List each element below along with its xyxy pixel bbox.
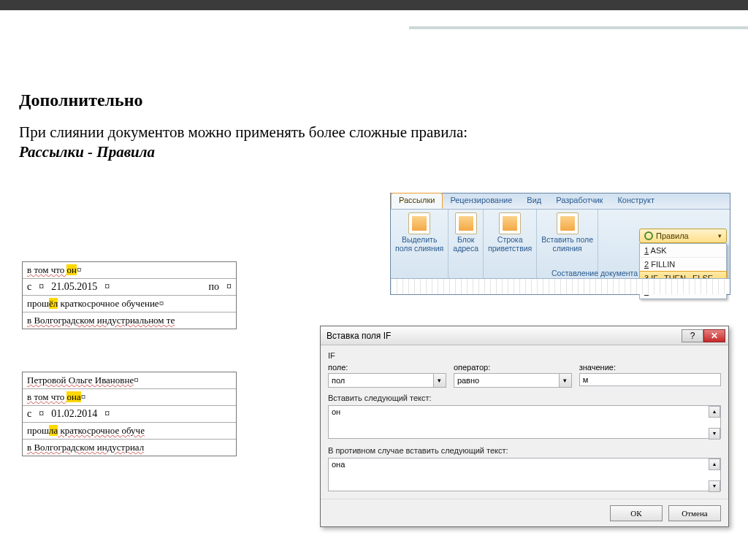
rules-dropdown-button[interactable]: Правила ▾	[639, 229, 727, 243]
rules-icon	[644, 231, 653, 240]
merge-sample-female: Петровой Ольге Ивановне¤ в том что она¤ …	[22, 372, 237, 456]
operator-combobox[interactable]: равно▾	[454, 373, 572, 388]
btn-label: Блок	[457, 235, 474, 244]
tab-mailings[interactable]: Рассылки	[391, 193, 443, 209]
btn-highlight-merge-fields[interactable]: Выделитьполя слияния	[391, 210, 449, 278]
insert-merge-field-icon	[557, 212, 579, 234]
btn-label: адреса	[453, 244, 478, 253]
tab-developer[interactable]: Разработчик	[549, 193, 610, 209]
sample-text: в Волгоградском индустриал	[27, 442, 144, 453]
scroll-up-button[interactable]: ▴	[709, 459, 720, 470]
chevron-down-icon: ▾	[433, 374, 446, 387]
scroll-up-button[interactable]: ▴	[709, 406, 720, 418]
label-compare-value: значение:	[579, 363, 721, 372]
tab-view[interactable]: Вид	[519, 193, 549, 209]
combo-value: пол	[332, 376, 345, 385]
btn-label: поля слияния	[395, 244, 443, 253]
sample-text: краткосрочное обучение	[58, 298, 159, 309]
field-combobox[interactable]: пол▾	[328, 373, 446, 388]
slide-heading: Дополнительно	[19, 91, 729, 110]
greeting-line-icon	[499, 212, 521, 234]
address-block-icon	[455, 212, 477, 234]
combo-value: равно	[457, 376, 479, 385]
if-section-label: IF	[328, 351, 721, 360]
sample-text: с	[27, 281, 31, 293]
btn-label: слияния	[553, 244, 582, 253]
sample-highlight: она	[66, 391, 80, 402]
dialog-titlebar[interactable]: Вставка поля IF ? ✕	[321, 326, 728, 345]
btn-insert-merge-field[interactable]: Вставить полеслияния	[537, 210, 598, 278]
top-frame-bar	[0, 0, 748, 10]
dialog-title: Вставка поля IF	[327, 331, 391, 341]
label-field: поле:	[328, 363, 446, 372]
sample-text: прош	[27, 425, 49, 436]
decorative-rule	[0, 26, 748, 29]
sample-date: 01.02.2014	[51, 408, 97, 420]
tab-design[interactable]: Конструкт	[610, 193, 662, 209]
btn-label: Вставить поле	[541, 235, 593, 244]
sample-text: по	[209, 281, 220, 293]
sample-text: краткосрочное обуче	[58, 425, 145, 436]
ribbon-tabs: Рассылки Рецензирование Вид Разработчик …	[391, 193, 730, 210]
tab-review[interactable]: Рецензирование	[443, 193, 519, 209]
btn-greeting-line[interactable]: Строкаприветствия	[484, 210, 537, 278]
insert-if-field-dialog: Вставка поля IF ? ✕ IF поле: пол▾ операт…	[320, 326, 729, 527]
sample-text: Петровой Ольге Ивановне	[27, 375, 134, 386]
close-button[interactable]: ✕	[703, 329, 725, 342]
label-operator: оператор:	[454, 363, 572, 372]
help-button[interactable]: ?	[682, 329, 703, 342]
scroll-down-button[interactable]: ▾	[709, 480, 720, 492]
menu-item-fillin[interactable]: 2 FILLIN	[640, 258, 726, 272]
sample-highlight: ёл	[49, 298, 58, 309]
slide-path: Рассылки - Правила	[19, 143, 729, 161]
sample-text: прош	[27, 298, 49, 309]
chevron-down-icon: ▾	[559, 374, 571, 387]
sample-highlight: ла	[49, 425, 58, 436]
compare-value-input[interactable]	[579, 373, 721, 386]
sample-text: в том что	[27, 391, 66, 402]
btn-label: приветствия	[488, 244, 532, 253]
sample-text: в том что	[27, 264, 66, 275]
sample-date: 21.05.2015	[51, 281, 97, 293]
btn-label: Правила	[656, 231, 689, 240]
true-text-textarea[interactable]	[328, 405, 721, 439]
sample-text: с	[27, 408, 31, 420]
btn-address-block[interactable]: Блокадреса	[449, 210, 484, 278]
word-ribbon: Рассылки Рецензирование Вид Разработчик …	[390, 193, 730, 295]
chevron-down-icon: ▾	[718, 232, 722, 239]
btn-label: Выделить	[402, 235, 437, 244]
document-highlight-icon	[408, 212, 430, 234]
btn-label: Строка	[497, 235, 523, 244]
menu-item-ask[interactable]: 1 ASK	[640, 244, 726, 258]
merge-sample-male: в том что он¤ с¤21.05.2015¤по¤ прошёл кр…	[22, 261, 237, 329]
ok-button[interactable]: ОК	[610, 505, 663, 521]
word-ruler[interactable]	[391, 278, 730, 294]
label-true-text: Вставить следующий текст:	[328, 394, 721, 402]
cancel-button[interactable]: Отмена	[668, 505, 721, 521]
label-false-text: В противном случае вставить следующий те…	[328, 446, 721, 455]
slide-body: Дополнительно При слиянии документов мож…	[0, 29, 748, 161]
sample-highlight: он	[66, 264, 76, 275]
false-text-textarea[interactable]	[328, 458, 721, 491]
slide-intro: При слиянии документов можно применять б…	[19, 123, 729, 142]
scroll-down-button[interactable]: ▾	[709, 428, 720, 440]
sample-text: в Волгоградском индустриальном те	[27, 315, 175, 326]
